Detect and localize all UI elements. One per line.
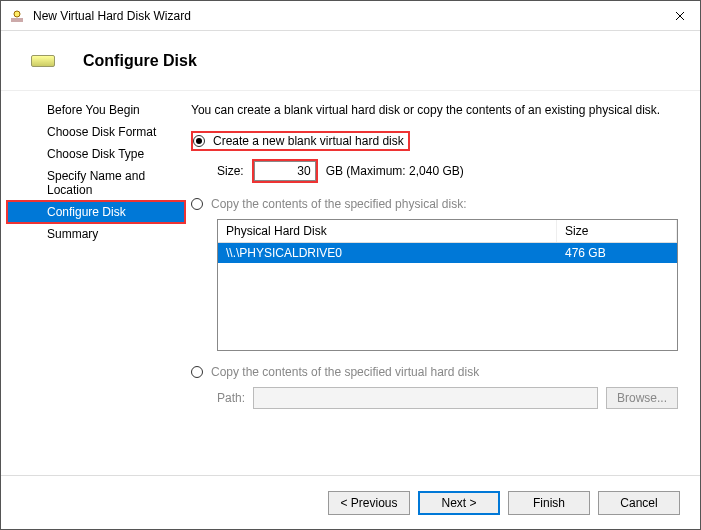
- previous-button[interactable]: < Previous: [328, 491, 410, 515]
- wizard-footer: < Previous Next > Finish Cancel: [1, 475, 700, 529]
- option-copy-physical-label: Copy the contents of the specified physi…: [211, 197, 466, 211]
- wizard-window: New Virtual Hard Disk Wizard Configure D…: [0, 0, 701, 530]
- cancel-button[interactable]: Cancel: [598, 491, 680, 515]
- wizard-nav: Before You Begin Choose Disk Format Choo…: [1, 91, 191, 475]
- path-input: [253, 387, 598, 409]
- disk-list-header: Physical Hard Disk Size: [218, 220, 677, 243]
- option-create-blank[interactable]: Create a new blank virtual hard disk: [191, 131, 678, 151]
- description-text: You can create a blank virtual hard disk…: [191, 103, 678, 117]
- radio-icon: [191, 198, 203, 210]
- nav-configure-disk[interactable]: Configure Disk: [7, 201, 185, 223]
- nav-choose-disk-format[interactable]: Choose Disk Format: [7, 121, 185, 143]
- col-header-disk[interactable]: Physical Hard Disk: [218, 220, 557, 242]
- disk-row-name: \\.\PHYSICALDRIVE0: [218, 243, 557, 263]
- radio-icon: [193, 135, 205, 147]
- option-copy-physical[interactable]: Copy the contents of the specified physi…: [191, 197, 678, 211]
- finish-button[interactable]: Finish: [508, 491, 590, 515]
- browse-button: Browse...: [606, 387, 678, 409]
- path-label: Path:: [217, 391, 245, 405]
- size-input[interactable]: [254, 161, 316, 181]
- titlebar: New Virtual Hard Disk Wizard: [1, 1, 700, 31]
- radio-icon: [191, 366, 203, 378]
- col-header-size[interactable]: Size: [557, 220, 677, 242]
- disk-row[interactable]: \\.\PHYSICALDRIVE0 476 GB: [218, 243, 677, 263]
- physical-disk-list[interactable]: Physical Hard Disk Size \\.\PHYSICALDRIV…: [217, 219, 678, 351]
- size-unit: GB (Maximum: 2,040 GB): [326, 164, 464, 178]
- size-label: Size:: [217, 164, 244, 178]
- option-copy-virtual[interactable]: Copy the contents of the specified virtu…: [191, 365, 678, 379]
- app-icon: [9, 8, 25, 24]
- window-title: New Virtual Hard Disk Wizard: [33, 9, 660, 23]
- nav-summary[interactable]: Summary: [7, 223, 185, 245]
- page-title: Configure Disk: [83, 52, 197, 70]
- disk-icon: [31, 55, 55, 67]
- next-button[interactable]: Next >: [418, 491, 500, 515]
- wizard-header: Configure Disk: [1, 31, 700, 91]
- disk-row-size: 476 GB: [557, 243, 677, 263]
- close-button[interactable]: [660, 1, 700, 31]
- nav-specify-name-location[interactable]: Specify Name and Location: [7, 165, 185, 201]
- option-create-blank-label: Create a new blank virtual hard disk: [213, 134, 404, 148]
- svg-point-1: [14, 11, 20, 17]
- svg-rect-0: [11, 18, 23, 22]
- nav-before-you-begin[interactable]: Before You Begin: [7, 99, 185, 121]
- wizard-content: You can create a blank virtual hard disk…: [191, 91, 700, 475]
- nav-choose-disk-type[interactable]: Choose Disk Type: [7, 143, 185, 165]
- option-copy-virtual-label: Copy the contents of the specified virtu…: [211, 365, 479, 379]
